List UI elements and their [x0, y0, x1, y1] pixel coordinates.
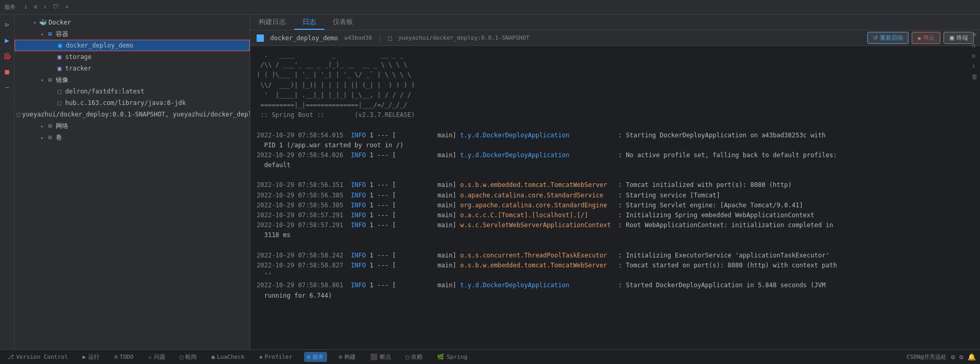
- tree-node-network[interactable]: ▸ ⊞ 网络: [15, 120, 250, 132]
- minus-icon[interactable]: −: [3, 81, 10, 93]
- tree-node-images[interactable]: ▾ ⊞ 镜像: [15, 74, 250, 86]
- eye-icon[interactable]: 👁: [972, 31, 978, 39]
- review-icon: □: [180, 354, 184, 360]
- tab-dashboard[interactable]: 仪表板: [324, 15, 361, 30]
- bottom-run[interactable]: ▶ 运行: [79, 352, 103, 362]
- stop-icon: ■: [917, 35, 921, 41]
- log-header-separator: |: [378, 34, 382, 42]
- bottom-build[interactable]: ⚙ 构建: [335, 352, 359, 362]
- services-icon: ⊞: [307, 354, 311, 360]
- ascii-line-3: ( ( )\___ | '_ | '_| | '_ \/ _` | \ \ \ …: [257, 70, 974, 80]
- log-line-blank: [257, 120, 974, 130]
- log-entry-8: 2022-10-29 07:58:58.242 INFO 1 --- [ mai…: [257, 251, 974, 261]
- tree-node-volumes[interactable]: ▸ ⊞ 卷: [15, 132, 250, 143]
- gear2-bottom-icon[interactable]: ⚙: [959, 353, 963, 361]
- images-icon: ⊞: [46, 76, 54, 84]
- log-entry-7b: 3118 ms: [257, 230, 974, 240]
- images-label: 镜像: [56, 76, 68, 85]
- ascii-line-4: \\/ ___)| |_)| | | | | || (_| | ) ) ) ): [257, 80, 974, 90]
- tab-log[interactable]: 日志: [294, 15, 324, 30]
- tab-build-log[interactable]: 构建日志: [250, 15, 294, 30]
- stop-button[interactable]: ■ 停止: [912, 32, 940, 44]
- volumes-icon: ⊞: [46, 134, 54, 141]
- bottom-issues[interactable]: ⚠ 问题: [145, 352, 168, 362]
- build-icon: ⚙: [338, 354, 342, 360]
- tree-node-storage[interactable]: ▣ storage: [15, 51, 250, 63]
- bottom-deps[interactable]: □ 依赖: [403, 352, 426, 362]
- log-entry-1b: PID 1 (/app.war started by root in /): [257, 140, 974, 150]
- ascii-line-5: ' |____| .__|_| |_|_| |_\__, | / / / /: [257, 90, 974, 100]
- tree-node-img2[interactable]: □ hub.c.163.com/library/java:8-jdk: [15, 97, 250, 109]
- ascii-line-2: /\\ / ___'_ __ _ _(_)_ __ __ _ \ \ \ \: [257, 60, 974, 70]
- restart-button[interactable]: ↺ 重新启动: [867, 32, 909, 44]
- log-header: docker_deploy_demo a43bad38 | □ yueyazhu…: [250, 30, 980, 46]
- network-arrow-icon: ▸: [39, 123, 46, 129]
- ascii-line-1: . ____ _ __ _ _: [257, 50, 974, 60]
- log-entry-7: 2022-10-29 07:58:57.291 INFO 1 --- [ mai…: [257, 220, 974, 230]
- log-container-id: a43bad38: [344, 34, 372, 41]
- tree-node-docker[interactable]: ▾ 🐳 Docker: [15, 17, 250, 28]
- scroll-up-icon[interactable]: ↕: [22, 3, 30, 11]
- log-container-name: docker_deploy_demo: [270, 34, 338, 42]
- container-color-icon: [257, 34, 264, 42]
- action-buttons: ↺ 重新启动 ■ 停止 ▣ 终端: [867, 32, 974, 44]
- log-image-name: yueyazhui/docker_deploy:0.0.1-SNAPSHOT: [398, 34, 530, 41]
- bottom-right-info: CSDN@月亮远处 ⚙ ⚙ 🔔: [906, 353, 976, 361]
- main-layout: ⊳ ▶ 🐞 ■ − ▾ 🐳 Docker ▾ ⊞ 容器: [0, 15, 980, 349]
- breakpoints-icon: ⬛: [370, 354, 378, 360]
- img1-label: delron/fastdfs:latest: [65, 88, 144, 95]
- log-entry-1: 2022-10-29 07:58:54.015 INFO 1 --- [ mai…: [257, 131, 974, 140]
- log-entry-10: 2022-10-29 07:58:58.861 INFO 1 --- [ mai…: [257, 280, 974, 290]
- docker-arrow-icon: ▾: [31, 20, 39, 26]
- run-icon[interactable]: ▶: [3, 34, 10, 46]
- tracker-icon: ▣: [55, 65, 64, 72]
- trash-icon[interactable]: 🗑: [972, 73, 978, 80]
- bottom-services[interactable]: ⊞ 服务: [304, 352, 328, 362]
- tree-node-tracker[interactable]: ▣ tracker: [15, 63, 250, 74]
- tree-node-img3[interactable]: □ yueyazhui/docker_deploy:0.0.1-SNAPSHOT…: [15, 109, 250, 120]
- bottom-luacheck[interactable]: ◉ LuaCheck: [208, 353, 248, 361]
- log-blank-3: [257, 241, 974, 251]
- right-panel: 构建日志 日志 仪表板 docker_deploy_demo a43bad38 …: [250, 15, 980, 349]
- ascii-line-7: :: Spring Boot :: (v2.3.7.RELEASE): [257, 110, 974, 120]
- storage-label: storage: [65, 53, 92, 61]
- containers-label: 容器: [56, 30, 68, 39]
- log-blank-2: [257, 170, 974, 180]
- menu-icon[interactable]: ≡: [32, 3, 40, 11]
- log-entry-10b: running for 6.744): [257, 291, 974, 301]
- settings-right-icon[interactable]: ⚙: [972, 52, 978, 60]
- stop-side-icon[interactable]: ■: [3, 66, 10, 77]
- img3-icon: □: [17, 111, 20, 118]
- log-content[interactable]: . ____ _ __ _ _ /\\ / ___'_ __ _ _(_)_ _…: [250, 46, 980, 349]
- bell-icon[interactable]: 🔔: [967, 353, 976, 361]
- log-entry-5: 2022-10-29 07:58:56.385 INFO 1 --- [ mai…: [257, 201, 974, 210]
- version-control-icon: ⎇: [7, 354, 14, 360]
- log-entry-3: 2022-10-29 07:58:56.351 INFO 1 --- [ mai…: [257, 180, 974, 190]
- network-label: 网络: [56, 122, 68, 131]
- scroll-icon[interactable]: ⬇: [972, 63, 978, 70]
- tree-node-containers[interactable]: ▾ ⊞ 容器: [15, 28, 250, 40]
- tree-node-docker-deploy-demo[interactable]: ▣ docker_deploy_demo: [15, 40, 250, 51]
- bottom-profiler[interactable]: ◈ Profiler: [256, 353, 296, 361]
- bottom-todo[interactable]: ≡ TODO: [111, 353, 137, 361]
- bottom-review[interactable]: □ 检阅: [177, 352, 200, 362]
- group-icon[interactable]: ⛉: [51, 3, 61, 11]
- log-entry-9: 2022-10-29 07:58:58.827 INFO 1 --- [ mai…: [257, 261, 974, 271]
- settings-bottom-icon[interactable]: ⚙: [951, 353, 955, 361]
- tree-node-img1[interactable]: □ delron/fastdfs:latest: [15, 86, 250, 97]
- filter-icon[interactable]: ⚡: [41, 3, 49, 11]
- bottom-version-control[interactable]: ⎇ Version Control: [4, 353, 71, 361]
- tree-area: ▾ 🐳 Docker ▾ ⊞ 容器 ▣ docker_deploy_demo: [15, 15, 250, 349]
- debug-icon[interactable]: 🐞: [1, 50, 13, 62]
- bottom-breakpoints[interactable]: ⬛ 断点: [367, 352, 394, 362]
- log-entry-2b: default: [257, 160, 974, 170]
- docker-label: Docker: [49, 19, 71, 26]
- bottom-spring[interactable]: 🌿 Spring: [434, 353, 470, 361]
- volumes-label: 卷: [56, 133, 62, 142]
- collapse-icon[interactable]: ⊳: [3, 19, 10, 30]
- img2-icon: □: [55, 99, 64, 107]
- wrap-icon[interactable]: ≡: [972, 42, 978, 49]
- img3-label: yueyazhui/docker_deploy:0.0.1-SNAPSHOT, …: [22, 111, 250, 118]
- add-icon[interactable]: +: [63, 3, 71, 11]
- terminate-button[interactable]: ▣ 终端: [943, 32, 974, 44]
